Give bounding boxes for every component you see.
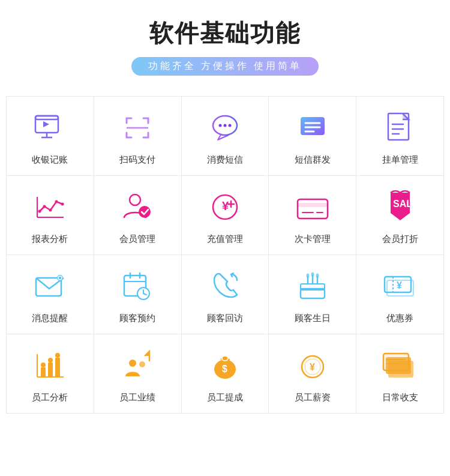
svg-point-7 xyxy=(218,124,221,127)
svg-point-23 xyxy=(55,200,58,203)
grid-item-receipt: 挂单管理 xyxy=(356,97,444,176)
item-label-sms: 消费短信 xyxy=(207,154,243,166)
svg-point-8 xyxy=(223,124,226,127)
birthday-icon xyxy=(295,268,331,304)
sale-icon: SALE xyxy=(382,189,418,225)
daily-finance-icon xyxy=(382,348,418,384)
svg-point-25 xyxy=(130,194,140,205)
svg-rect-78 xyxy=(383,354,409,370)
svg-point-9 xyxy=(228,124,231,127)
item-label-cash-register: 收银记账 xyxy=(32,154,68,166)
item-label-callback: 顾客回访 xyxy=(207,313,243,324)
item-label-sms-group: 短信群发 xyxy=(295,154,331,166)
grid-item-appointment: 顾客预约 xyxy=(94,255,182,334)
item-label-message: 消息提醒 xyxy=(32,313,68,324)
grid-item-daily-finance: 日常收支 xyxy=(356,334,444,414)
grid-item-message: 消息提醒 xyxy=(7,255,94,334)
item-label-daily-finance: 日常收支 xyxy=(382,392,418,403)
callback-icon xyxy=(207,268,243,304)
grid-item-chart: 报表分析 xyxy=(7,176,94,255)
item-label-coupon: 优惠券 xyxy=(386,313,413,324)
item-label-sale: 会员打折 xyxy=(382,233,418,245)
item-label-qr-scan: 扫码支付 xyxy=(119,154,155,166)
sms-icon xyxy=(207,110,243,146)
svg-point-70 xyxy=(222,356,228,361)
svg-rect-31 xyxy=(298,199,328,218)
grid-item-performance: 员工业绩 xyxy=(94,334,182,414)
svg-text:SALE: SALE xyxy=(393,199,419,209)
member-icon xyxy=(119,189,155,225)
svg-point-22 xyxy=(49,209,52,212)
grid-item-birthday: 顾客生日 xyxy=(269,255,356,334)
svg-point-26 xyxy=(139,206,151,218)
item-label-chart: 报表分析 xyxy=(32,233,68,245)
commission-icon: $ xyxy=(207,348,243,384)
grid-item-sms-group: 短信群发 xyxy=(269,97,356,176)
svg-marker-4 xyxy=(43,121,49,127)
grid-item-staff-chart: 员工分析 xyxy=(7,334,94,414)
page-header: 软件基础功能 功能齐全 方便操作 使用简单 xyxy=(0,0,450,85)
grid-item-recharge: ¥ 充值管理 xyxy=(182,176,269,255)
item-label-member: 会员管理 xyxy=(119,233,155,245)
item-label-recharge: 充值管理 xyxy=(207,233,243,245)
svg-text:¥: ¥ xyxy=(397,280,402,291)
svg-point-21 xyxy=(43,205,46,208)
svg-rect-32 xyxy=(298,203,328,207)
grid-item-cash-register: 收银记账 xyxy=(7,97,94,176)
salary-icon: ¥ xyxy=(295,348,331,384)
svg-rect-1 xyxy=(35,116,58,119)
item-label-receipt: 挂单管理 xyxy=(382,154,418,166)
svg-point-63 xyxy=(48,358,53,363)
svg-point-52 xyxy=(311,273,314,277)
svg-point-66 xyxy=(129,360,136,367)
coupon-icon: ¥ xyxy=(382,268,418,304)
sms-group-icon xyxy=(295,110,331,146)
item-label-staff-chart: 员工分析 xyxy=(32,392,68,403)
item-label-salary: 员工薪资 xyxy=(295,392,331,403)
svg-point-53 xyxy=(316,274,319,278)
qr-scan-icon xyxy=(119,110,155,146)
recharge-icon: ¥ xyxy=(207,189,243,225)
item-label-appointment: 顾客预约 xyxy=(119,313,155,324)
cash-register-icon xyxy=(32,110,68,146)
grid-item-member: 会员管理 xyxy=(94,176,182,255)
item-label-performance: 员工业绩 xyxy=(119,392,155,403)
svg-point-51 xyxy=(306,274,309,278)
svg-rect-62 xyxy=(48,363,53,377)
staff-chart-icon xyxy=(32,348,68,384)
grid-item-commission: $ 员工提成 xyxy=(182,334,269,414)
svg-text:¥: ¥ xyxy=(222,199,229,212)
svg-point-61 xyxy=(41,363,46,367)
card-icon xyxy=(295,189,331,225)
grid-item-card: 次卡管理 xyxy=(269,176,356,255)
grid-item-qr-scan: 扫码支付 xyxy=(94,97,182,176)
svg-point-65 xyxy=(55,353,60,358)
grid-item-sms: 消费短信 xyxy=(182,97,269,176)
receipt-icon xyxy=(382,110,418,146)
subtitle-bar: 功能齐全 方便操作 使用简单 xyxy=(131,57,319,76)
svg-point-38 xyxy=(58,276,62,280)
performance-icon xyxy=(119,348,155,384)
feature-grid: 收银记账 扫码支付 xyxy=(6,96,444,414)
item-label-birthday: 顾客生日 xyxy=(295,313,331,324)
grid-item-coupon: ¥ 优惠券 xyxy=(356,255,444,334)
item-label-commission: 员工提成 xyxy=(207,392,243,403)
svg-point-67 xyxy=(139,361,145,367)
item-label-card: 次卡管理 xyxy=(295,233,331,245)
svg-rect-60 xyxy=(41,367,46,377)
grid-item-salary: ¥ 员工薪资 xyxy=(269,334,356,414)
grid-item-sale: SALE 会员打折 xyxy=(356,176,444,255)
svg-rect-64 xyxy=(55,358,60,377)
svg-point-20 xyxy=(38,210,41,213)
message-icon xyxy=(32,268,68,304)
svg-point-24 xyxy=(61,203,64,206)
grid-item-callback: 顾客回访 xyxy=(182,255,269,334)
chart-icon xyxy=(32,189,68,225)
main-title: 软件基础功能 xyxy=(0,17,450,50)
svg-text:¥: ¥ xyxy=(310,362,315,372)
svg-text:$: $ xyxy=(222,364,227,374)
appointment-icon xyxy=(119,268,155,304)
